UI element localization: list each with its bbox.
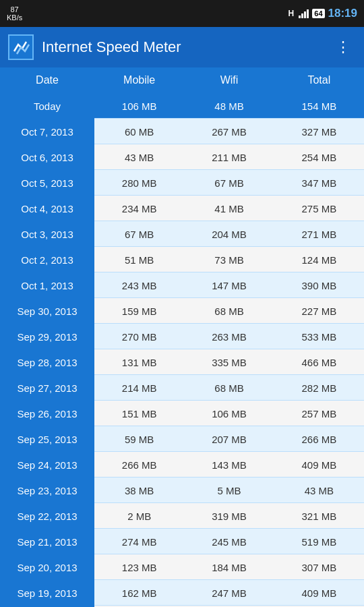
mobile-cell: 59 MB [94, 434, 184, 445]
date-cell: Sep 25, 2013 [0, 426, 94, 452]
wifi-cell: 319 MB [184, 511, 274, 522]
mobile-cell: 38 MB [94, 485, 184, 496]
total-cell: 409 MB [274, 587, 364, 599]
date-cell: Sep 26, 2013 [0, 401, 94, 426]
table-row[interactable]: Sep 22, 20132 MB319 MB321 MB [0, 503, 364, 529]
table-row[interactable]: Sep 19, 2013162 MB247 MB409 MB [0, 580, 364, 606]
date-cell: Oct 5, 2013 [0, 170, 94, 196]
mobile-cell: 51 MB [94, 254, 184, 266]
table-row[interactable]: Oct 4, 2013234 MB41 MB275 MB [0, 196, 364, 221]
wifi-cell: 67 MB [184, 177, 274, 189]
table-row[interactable]: Sep 28, 2013131 MB335 MB466 MB [0, 349, 364, 375]
table-row[interactable]: Oct 7, 201360 MB267 MB327 MB [0, 119, 364, 144]
date-cell: Sep 29, 2013 [0, 324, 94, 349]
speed-value: 87 [10, 5, 18, 13]
table-row[interactable]: Sep 20, 2013123 MB184 MB307 MB [0, 554, 364, 580]
mobile-cell: 159 MB [94, 306, 184, 317]
date-cell: Oct 7, 2013 [0, 119, 94, 144]
header-total: Total [274, 74, 364, 86]
date-cell: Oct 2, 2013 [0, 247, 94, 272]
mobile-cell: 243 MB [94, 280, 184, 291]
total-cell: 266 MB [274, 434, 364, 445]
signal-icon [299, 9, 309, 18]
table-row[interactable]: Oct 5, 2013280 MB67 MB347 MB [0, 170, 364, 196]
total-cell: 519 MB [274, 536, 364, 548]
date-cell: Oct 1, 2013 [0, 272, 94, 298]
mobile-cell: 60 MB [94, 126, 184, 138]
status-bar: 87 KB/s H 64 18:19 [0, 0, 364, 27]
total-cell: 282 MB [274, 382, 364, 394]
mobile-cell: 43 MB [94, 152, 184, 163]
table-row[interactable]: Sep 25, 201359 MB207 MB266 MB [0, 426, 364, 452]
mobile-cell: 123 MB [94, 562, 184, 573]
date-cell: Sep 22, 2013 [0, 503, 94, 529]
status-icons: H 64 18:19 [289, 7, 357, 20]
wifi-cell: 184 MB [184, 562, 274, 573]
date-cell: Oct 6, 2013 [0, 144, 94, 170]
date-cell: Sep 24, 2013 [0, 452, 94, 478]
table-row[interactable]: Today106 MB48 MB154 MB [0, 93, 364, 119]
table-row[interactable]: Sep 26, 2013151 MB106 MB257 MB [0, 401, 364, 426]
mobile-cell: 234 MB [94, 203, 184, 214]
wifi-cell: 245 MB [184, 536, 274, 548]
wifi-cell: 267 MB [184, 126, 274, 138]
mobile-cell: 2 MB [94, 511, 184, 522]
total-cell: 124 MB [274, 254, 364, 266]
mobile-cell: 162 MB [94, 587, 184, 599]
table-header: Date Mobile Wifi Total [0, 67, 364, 93]
header-mobile: Mobile [94, 74, 184, 86]
time-display: 18:19 [328, 7, 357, 20]
table-row[interactable]: Sep 30, 2013159 MB68 MB227 MB [0, 298, 364, 324]
table-row[interactable]: Sep 23, 201338 MB5 MB43 MB [0, 478, 364, 503]
wifi-cell: 73 MB [184, 254, 274, 266]
wifi-cell: 48 MB [184, 100, 274, 112]
total-cell: 321 MB [274, 511, 364, 522]
total-cell: 327 MB [274, 126, 364, 138]
wifi-cell: 143 MB [184, 459, 274, 471]
date-cell: Sep 21, 2013 [0, 529, 94, 554]
date-cell: Oct 4, 2013 [0, 196, 94, 221]
table-row[interactable]: Sep 27, 2013214 MB68 MB282 MB [0, 375, 364, 401]
mobile-cell: 131 MB [94, 357, 184, 368]
data-table: Date Mobile Wifi Total Today106 MB48 MB1… [0, 67, 364, 607]
table-row[interactable]: Sep 29, 2013270 MB263 MB533 MB [0, 324, 364, 349]
total-cell: 533 MB [274, 331, 364, 343]
table-row[interactable]: Sep 24, 2013266 MB143 MB409 MB [0, 452, 364, 478]
wifi-cell: 147 MB [184, 280, 274, 291]
total-cell: 347 MB [274, 177, 364, 189]
total-cell: 257 MB [274, 408, 364, 420]
wifi-cell: 247 MB [184, 587, 274, 599]
wifi-cell: 41 MB [184, 203, 274, 214]
app-bar: Internet Speed Meter ⋮ [0, 27, 364, 67]
total-cell: 390 MB [274, 280, 364, 291]
table-body: Today106 MB48 MB154 MBOct 7, 201360 MB26… [0, 93, 364, 607]
total-cell: 227 MB [274, 306, 364, 317]
wifi-cell: 68 MB [184, 382, 274, 394]
network-type: H [289, 9, 295, 18]
table-row[interactable]: Oct 2, 201351 MB73 MB124 MB [0, 247, 364, 272]
mobile-cell: 151 MB [94, 408, 184, 420]
wifi-cell: 207 MB [184, 434, 274, 445]
mobile-cell: 106 MB [94, 100, 184, 112]
mobile-cell: 214 MB [94, 382, 184, 394]
wifi-cell: 204 MB [184, 229, 274, 240]
date-cell: Sep 30, 2013 [0, 298, 94, 324]
table-row[interactable]: Sep 21, 2013274 MB245 MB519 MB [0, 529, 364, 554]
date-cell: Sep 27, 2013 [0, 375, 94, 401]
table-row[interactable]: Oct 3, 201367 MB204 MB271 MB [0, 221, 364, 247]
date-cell: Sep 23, 2013 [0, 478, 94, 503]
total-cell: 154 MB [274, 100, 364, 112]
table-row[interactable]: Oct 6, 201343 MB211 MB254 MB [0, 144, 364, 170]
table-row[interactable]: Oct 1, 2013243 MB147 MB390 MB [0, 272, 364, 298]
date-cell: Sep 19, 2013 [0, 580, 94, 606]
wifi-cell: 106 MB [184, 408, 274, 420]
wifi-cell: 263 MB [184, 331, 274, 343]
speed-unit: KB/s [7, 13, 22, 22]
app-icon [8, 34, 34, 60]
total-cell: 254 MB [274, 152, 364, 163]
overflow-menu-button[interactable]: ⋮ [330, 36, 356, 59]
wifi-cell: 335 MB [184, 357, 274, 368]
header-wifi: Wifi [184, 74, 274, 86]
header-date: Date [0, 74, 94, 86]
speed-indicator: 87 KB/s [7, 5, 22, 22]
